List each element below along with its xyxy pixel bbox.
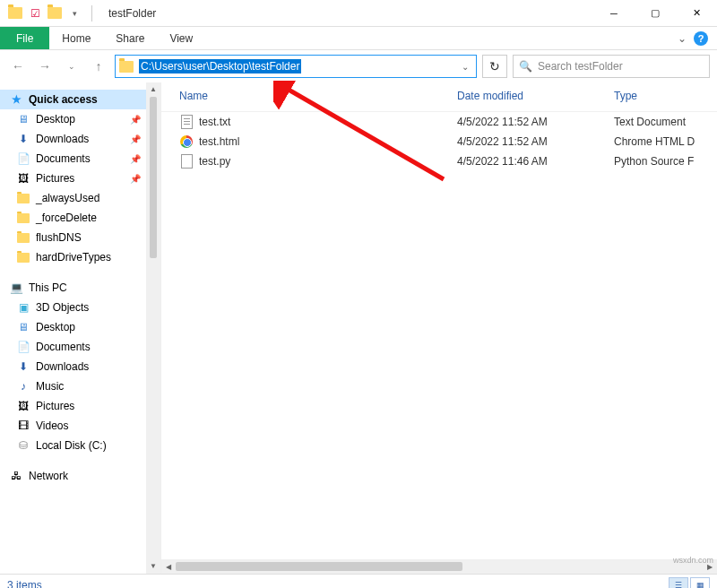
file-row[interactable]: test.py 4/5/2022 11:46 AM Python Source … bbox=[161, 151, 717, 171]
sidebar-item-desktop[interactable]: 🖥Desktop bbox=[0, 317, 146, 337]
minimize-button[interactable]: ─ bbox=[593, 0, 635, 27]
cube-icon: ▣ bbox=[16, 300, 30, 315]
forward-button[interactable]: → bbox=[34, 56, 56, 77]
python-file-icon bbox=[179, 154, 194, 169]
folder-icon bbox=[7, 5, 23, 22]
pc-icon: 💻 bbox=[9, 281, 23, 295]
column-name[interactable]: Name bbox=[179, 90, 457, 102]
chevron-down-icon[interactable]: ⌄ bbox=[462, 62, 472, 72]
check-icon[interactable]: ☑ bbox=[27, 5, 43, 22]
documents-icon: 📄 bbox=[16, 151, 30, 166]
sidebar-this-pc[interactable]: 💻This PC bbox=[0, 278, 146, 298]
sidebar-item-downloads[interactable]: ⬇Downloads bbox=[0, 357, 146, 376]
disk-icon: ⛁ bbox=[16, 438, 30, 453]
navigation-pane: ★ Quick access 🖥Desktop📌 ⬇Downloads📌 📄Do… bbox=[0, 82, 146, 574]
video-icon: 🎞 bbox=[16, 419, 30, 433]
network-icon: 🖧 bbox=[9, 469, 23, 483]
tab-home[interactable]: Home bbox=[49, 27, 103, 49]
sidebar-network[interactable]: 🖧Network bbox=[0, 466, 146, 486]
star-icon: ★ bbox=[9, 92, 23, 107]
sidebar-item-folder[interactable]: hardDriveTypes bbox=[0, 247, 146, 267]
desktop-icon: 🖥 bbox=[16, 320, 30, 334]
sidebar-item-localdisk[interactable]: ⛁Local Disk (C:) bbox=[0, 436, 146, 455]
thumbnails-view-button[interactable]: ▦ bbox=[690, 577, 710, 589]
pin-icon: 📌 bbox=[130, 174, 141, 184]
main-area: ★ Quick access 🖥Desktop📌 ⬇Downloads📌 📄Do… bbox=[0, 82, 717, 574]
horizontal-scrollbar[interactable]: ◀ ▶ bbox=[161, 559, 717, 574]
close-button[interactable]: ✕ bbox=[676, 0, 717, 27]
downloads-icon: ⬇ bbox=[16, 359, 30, 374]
sidebar-item-pictures[interactable]: 🖼Pictures📌 bbox=[0, 169, 146, 188]
pictures-icon: 🖼 bbox=[16, 171, 30, 186]
scroll-thumb[interactable] bbox=[176, 562, 462, 571]
chevron-down-icon[interactable]: ⌄ bbox=[678, 32, 687, 45]
qat-dropdown-icon[interactable]: ▾ bbox=[66, 5, 82, 22]
sidebar-quick-access[interactable]: ★ Quick access bbox=[0, 90, 146, 109]
window-title: testFolder bbox=[108, 7, 156, 20]
sidebar-item-desktop[interactable]: 🖥Desktop📌 bbox=[0, 109, 146, 129]
status-item-count: 3 items bbox=[7, 579, 42, 589]
tab-share[interactable]: Share bbox=[103, 27, 157, 49]
sidebar-item-documents[interactable]: 📄Documents bbox=[0, 337, 146, 357]
pin-icon: 📌 bbox=[130, 134, 141, 144]
search-placeholder: Search testFolder bbox=[538, 60, 623, 73]
sidebar-item-documents[interactable]: 📄Documents📌 bbox=[0, 149, 146, 169]
scroll-up-icon[interactable]: ▲ bbox=[146, 82, 160, 97]
search-input[interactable]: 🔍 Search testFolder bbox=[513, 55, 710, 78]
column-date[interactable]: Date modified bbox=[457, 90, 614, 102]
folder-icon bbox=[16, 191, 30, 205]
ribbon: File Home Share View ⌄ ? bbox=[0, 27, 717, 50]
column-type[interactable]: Type bbox=[614, 90, 717, 102]
downloads-icon: ⬇ bbox=[16, 132, 30, 146]
scroll-thumb[interactable] bbox=[150, 97, 157, 258]
pin-icon: 📌 bbox=[130, 115, 141, 125]
file-row[interactable]: test.html 4/5/2022 11:52 AM Chrome HTML … bbox=[161, 132, 717, 151]
title-bar: ☑ ▾ testFolder ─ ▢ ✕ bbox=[0, 0, 717, 27]
address-path[interactable]: C:\Users\user\Desktop\testFolder bbox=[139, 59, 301, 74]
tab-view[interactable]: View bbox=[157, 27, 205, 49]
sidebar-item-videos[interactable]: 🎞Videos bbox=[0, 416, 146, 436]
documents-icon: 📄 bbox=[16, 340, 30, 354]
scroll-down-icon[interactable]: ▼ bbox=[146, 559, 160, 574]
maximize-button[interactable]: ▢ bbox=[635, 0, 676, 27]
sidebar-item-3dobjects[interactable]: ▣3D Objects bbox=[0, 298, 146, 317]
column-headers[interactable]: Name Date modified Type bbox=[161, 82, 717, 112]
scroll-left-icon[interactable]: ◀ bbox=[161, 563, 176, 571]
text-file-icon bbox=[179, 115, 194, 129]
sidebar-item-folder[interactable]: _alwaysUsed bbox=[0, 188, 146, 208]
search-icon: 🔍 bbox=[519, 60, 532, 73]
quick-access-toolbar: ☑ ▾ testFolder bbox=[0, 5, 156, 22]
file-row[interactable]: test.txt 4/5/2022 11:52 AM Text Document bbox=[161, 112, 717, 132]
address-bar[interactable]: C:\Users\user\Desktop\testFolder ⌄ bbox=[115, 55, 477, 78]
window-controls: ─ ▢ ✕ bbox=[593, 0, 717, 27]
file-list: Name Date modified Type test.txt 4/5/202… bbox=[161, 82, 717, 574]
pin-icon: 📌 bbox=[130, 154, 141, 164]
folder-icon bbox=[47, 5, 63, 22]
sidebar-item-folder[interactable]: flushDNS bbox=[0, 228, 146, 247]
desktop-icon: 🖥 bbox=[16, 112, 30, 126]
sidebar-item-folder[interactable]: _forceDelete bbox=[0, 208, 146, 228]
sidebar-scrollbar[interactable]: ▲ ▼ bbox=[146, 82, 160, 574]
sidebar-item-downloads[interactable]: ⬇Downloads📌 bbox=[0, 129, 146, 149]
folder-icon bbox=[16, 250, 30, 264]
pictures-icon: 🖼 bbox=[16, 399, 30, 413]
sidebar-item-pictures[interactable]: 🖼Pictures bbox=[0, 396, 146, 416]
recent-dropdown-icon[interactable]: ⌄ bbox=[61, 56, 82, 77]
chrome-icon bbox=[179, 134, 194, 149]
details-view-button[interactable]: ☰ bbox=[669, 577, 688, 589]
refresh-button[interactable]: ↻ bbox=[482, 55, 507, 78]
watermark: wsxdn.com bbox=[673, 556, 713, 565]
navigation-bar: ← → ⌄ ↑ C:\Users\user\Desktop\testFolder… bbox=[0, 50, 717, 82]
back-button[interactable]: ← bbox=[7, 56, 29, 77]
folder-icon bbox=[16, 211, 30, 225]
up-button[interactable]: ↑ bbox=[88, 56, 109, 77]
music-icon: ♪ bbox=[16, 379, 30, 393]
sidebar-item-music[interactable]: ♪Music bbox=[0, 376, 146, 396]
help-button[interactable]: ? bbox=[694, 31, 708, 46]
folder-icon bbox=[119, 61, 134, 73]
file-tab[interactable]: File bbox=[0, 27, 49, 49]
status-bar: 3 items ☰ ▦ bbox=[0, 574, 717, 588]
folder-icon bbox=[16, 230, 30, 245]
